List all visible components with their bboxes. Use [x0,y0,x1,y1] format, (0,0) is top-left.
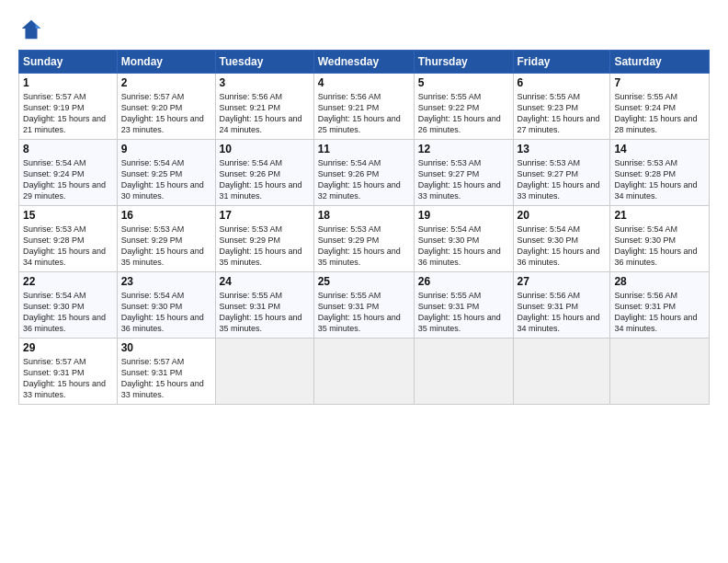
cell-info: Sunrise: 5:54 AMSunset: 9:25 PMDaylight:… [121,158,204,201]
day-number: 15 [23,209,113,222]
cell-info: Sunrise: 5:54 AMSunset: 9:30 PMDaylight:… [518,224,600,267]
cell-info: Sunrise: 5:54 AMSunset: 9:30 PMDaylight:… [418,224,501,267]
cell-info: Sunrise: 5:55 AMSunset: 9:31 PMDaylight:… [418,291,501,333]
cell-info: Sunrise: 5:53 AMSunset: 9:27 PMDaylight:… [518,158,600,201]
day-number: 4 [318,76,410,89]
cell-info: Sunrise: 5:56 AMSunset: 9:21 PMDaylight:… [220,92,302,134]
calendar-cell: 5Sunrise: 5:55 AMSunset: 9:22 PMDaylight… [414,74,513,140]
calendar-cell: 16Sunrise: 5:53 AMSunset: 9:29 PMDayligh… [117,206,215,272]
logo [18,17,48,42]
day-number: 5 [418,76,509,89]
day-number: 26 [418,275,509,288]
calendar-cell: 25Sunrise: 5:55 AMSunset: 9:31 PMDayligh… [313,272,414,339]
calendar-week-1: 1Sunrise: 5:57 AMSunset: 9:19 PMDaylight… [19,74,710,140]
calendar-cell: 28Sunrise: 5:56 AMSunset: 9:31 PMDayligh… [610,272,710,339]
day-number: 12 [418,143,509,155]
calendar-cell: 21Sunrise: 5:54 AMSunset: 9:30 PMDayligh… [610,206,710,272]
day-number: 19 [418,209,509,222]
calendar-week-2: 8Sunrise: 5:54 AMSunset: 9:24 PMDaylight… [19,140,710,206]
cell-info: Sunrise: 5:54 AMSunset: 9:26 PMDaylight:… [220,158,302,201]
cell-info: Sunrise: 5:54 AMSunset: 9:30 PMDaylight:… [121,291,204,333]
column-header-wednesday: Wednesday [313,51,414,74]
column-header-thursday: Thursday [414,51,513,74]
calendar-cell: 30Sunrise: 5:57 AMSunset: 9:31 PMDayligh… [117,339,215,405]
cell-info: Sunrise: 5:55 AMSunset: 9:23 PMDaylight:… [518,92,600,134]
day-number: 24 [220,275,310,288]
day-number: 21 [614,209,705,222]
day-number: 30 [121,341,211,354]
calendar-cell [313,339,414,405]
day-number: 8 [23,143,113,155]
calendar-cell: 22Sunrise: 5:54 AMSunset: 9:30 PMDayligh… [19,272,118,339]
day-number: 20 [518,209,607,222]
calendar-cell: 18Sunrise: 5:53 AMSunset: 9:29 PMDayligh… [313,206,414,272]
calendar-cell: 2Sunrise: 5:57 AMSunset: 9:20 PMDaylight… [117,74,215,140]
column-header-saturday: Saturday [610,51,710,74]
column-header-monday: Monday [117,51,215,74]
calendar-cell: 11Sunrise: 5:54 AMSunset: 9:26 PMDayligh… [313,140,414,206]
calendar-table: SundayMondayTuesdayWednesdayThursdayFrid… [18,50,710,405]
logo-icon [18,17,44,42]
calendar-week-4: 22Sunrise: 5:54 AMSunset: 9:30 PMDayligh… [19,272,710,339]
day-number: 23 [121,275,211,288]
calendar-cell: 9Sunrise: 5:54 AMSunset: 9:25 PMDaylight… [117,140,215,206]
calendar-cell: 17Sunrise: 5:53 AMSunset: 9:29 PMDayligh… [215,206,313,272]
calendar-cell: 27Sunrise: 5:56 AMSunset: 9:31 PMDayligh… [513,272,610,339]
day-number: 18 [318,209,410,222]
calendar-header-row: SundayMondayTuesdayWednesdayThursdayFrid… [19,51,710,74]
day-number: 22 [23,275,113,288]
column-header-friday: Friday [513,51,610,74]
cell-info: Sunrise: 5:57 AMSunset: 9:20 PMDaylight:… [121,92,204,134]
calendar-cell [513,339,610,405]
day-number: 14 [614,143,705,155]
cell-info: Sunrise: 5:57 AMSunset: 9:19 PMDaylight:… [23,92,106,134]
cell-info: Sunrise: 5:56 AMSunset: 9:21 PMDaylight:… [318,92,401,134]
day-number: 9 [121,143,211,155]
calendar-cell: 13Sunrise: 5:53 AMSunset: 9:27 PMDayligh… [513,140,610,206]
column-header-sunday: Sunday [19,51,118,74]
cell-info: Sunrise: 5:54 AMSunset: 9:30 PMDaylight:… [614,224,697,267]
day-number: 28 [614,275,705,288]
calendar-cell: 24Sunrise: 5:55 AMSunset: 9:31 PMDayligh… [215,272,313,339]
cell-info: Sunrise: 5:54 AMSunset: 9:30 PMDaylight:… [23,291,106,333]
calendar-week-3: 15Sunrise: 5:53 AMSunset: 9:28 PMDayligh… [19,206,710,272]
day-number: 16 [121,209,211,222]
day-number: 10 [220,143,310,155]
calendar-cell: 8Sunrise: 5:54 AMSunset: 9:24 PMDaylight… [19,140,118,206]
cell-info: Sunrise: 5:53 AMSunset: 9:28 PMDaylight:… [614,158,697,201]
calendar-cell: 6Sunrise: 5:55 AMSunset: 9:23 PMDaylight… [513,74,610,140]
calendar-cell: 4Sunrise: 5:56 AMSunset: 9:21 PMDaylight… [313,74,414,140]
calendar-cell [610,339,710,405]
calendar-cell: 7Sunrise: 5:55 AMSunset: 9:24 PMDaylight… [610,74,710,140]
calendar-cell: 23Sunrise: 5:54 AMSunset: 9:30 PMDayligh… [117,272,215,339]
day-number: 29 [23,341,113,354]
day-number: 17 [220,209,310,222]
calendar-cell [414,339,513,405]
day-number: 6 [518,76,607,89]
calendar-cell: 29Sunrise: 5:57 AMSunset: 9:31 PMDayligh… [19,339,118,405]
cell-info: Sunrise: 5:57 AMSunset: 9:31 PMDaylight:… [121,357,204,399]
calendar-cell: 3Sunrise: 5:56 AMSunset: 9:21 PMDaylight… [215,74,313,140]
cell-info: Sunrise: 5:55 AMSunset: 9:22 PMDaylight:… [418,92,501,134]
day-number: 11 [318,143,410,155]
day-number: 27 [518,275,607,288]
calendar-cell: 10Sunrise: 5:54 AMSunset: 9:26 PMDayligh… [215,140,313,206]
calendar-week-5: 29Sunrise: 5:57 AMSunset: 9:31 PMDayligh… [19,339,710,405]
calendar-cell: 15Sunrise: 5:53 AMSunset: 9:28 PMDayligh… [19,206,118,272]
column-header-tuesday: Tuesday [215,51,313,74]
day-number: 2 [121,76,211,89]
cell-info: Sunrise: 5:53 AMSunset: 9:27 PMDaylight:… [418,158,501,201]
calendar-cell: 20Sunrise: 5:54 AMSunset: 9:30 PMDayligh… [513,206,610,272]
cell-info: Sunrise: 5:53 AMSunset: 9:29 PMDaylight:… [220,224,302,267]
cell-info: Sunrise: 5:54 AMSunset: 9:26 PMDaylight:… [318,158,401,201]
calendar-cell: 12Sunrise: 5:53 AMSunset: 9:27 PMDayligh… [414,140,513,206]
header [18,17,710,42]
day-number: 7 [614,76,705,89]
page: SundayMondayTuesdayWednesdayThursdayFrid… [0,0,728,563]
svg-marker-0 [22,20,41,40]
cell-info: Sunrise: 5:55 AMSunset: 9:24 PMDaylight:… [614,92,697,134]
day-number: 3 [220,76,310,89]
calendar-cell: 1Sunrise: 5:57 AMSunset: 9:19 PMDaylight… [19,74,118,140]
calendar-cell [215,339,313,405]
cell-info: Sunrise: 5:53 AMSunset: 9:29 PMDaylight:… [121,224,204,267]
